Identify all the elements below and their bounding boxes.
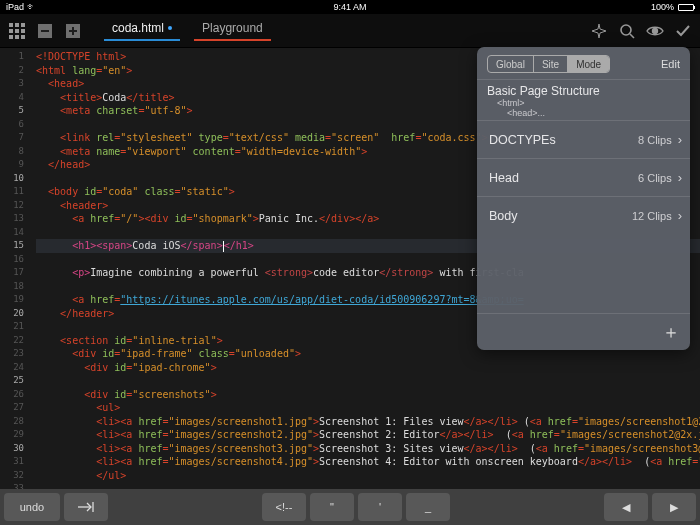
svg-rect-6 (9, 35, 13, 39)
segment-site[interactable]: Site (534, 56, 568, 72)
svg-rect-2 (21, 23, 25, 27)
grid-icon[interactable] (8, 22, 26, 40)
check-icon[interactable] (674, 22, 692, 40)
clips-section-doctypes[interactable]: DOCTYPEs8 Clips› (477, 120, 690, 158)
svg-point-14 (621, 25, 631, 35)
tab-key[interactable] (64, 493, 108, 521)
clips-list: DOCTYPEs8 Clips›Head6 Clips›Body12 Clips… (477, 120, 690, 313)
unsaved-dot-icon (168, 26, 172, 30)
chevron-right-icon: › (678, 208, 682, 223)
toolbar: coda.html Playground (0, 14, 700, 48)
svg-rect-8 (21, 35, 25, 39)
tab-playground[interactable]: Playground (200, 21, 265, 41)
breadcrumb-head[interactable]: <head>... (507, 108, 545, 118)
preview-icon[interactable] (646, 22, 664, 40)
clock: 9:41 AM (0, 2, 700, 12)
svg-rect-3 (9, 29, 13, 33)
svg-rect-7 (15, 35, 19, 39)
svg-rect-0 (9, 23, 13, 27)
sparkle-icon[interactable] (590, 22, 608, 40)
edit-button[interactable]: Edit (661, 58, 680, 70)
panel-title: Basic Page Structure (487, 84, 680, 98)
key-double-quote[interactable]: " (310, 493, 354, 521)
key-comment[interactable]: <!-- (262, 493, 306, 521)
add-file-icon[interactable] (64, 22, 82, 40)
chevron-right-icon: › (678, 132, 682, 147)
chevron-right-icon: › (678, 170, 682, 185)
line-gutter: 1234567891011121314151617181920212223242… (0, 48, 30, 489)
cursor-left-button[interactable]: ◀ (604, 493, 648, 521)
svg-rect-13 (69, 30, 77, 32)
add-clip-button[interactable]: ＋ (662, 322, 680, 342)
svg-point-16 (653, 28, 658, 33)
search-icon[interactable] (618, 22, 636, 40)
svg-rect-5 (21, 29, 25, 33)
tab-bar: coda.html Playground (110, 21, 265, 41)
battery-percent: 100% (651, 2, 674, 12)
svg-rect-4 (15, 29, 19, 33)
svg-rect-1 (15, 23, 19, 27)
keyboard-toolbar: undo <!-- " ' _ ◀ ▶ (0, 489, 700, 525)
clips-section-body[interactable]: Body12 Clips› (477, 196, 690, 234)
key-underscore[interactable]: _ (406, 493, 450, 521)
scope-segmented-control[interactable]: Global Site Mode (487, 55, 610, 73)
svg-line-15 (630, 34, 634, 38)
key-single-quote[interactable]: ' (358, 493, 402, 521)
wifi-icon: ᯤ (27, 2, 36, 12)
clips-section-head[interactable]: Head6 Clips› (477, 158, 690, 196)
battery-icon (678, 4, 694, 11)
tab-coda-html[interactable]: coda.html (110, 21, 174, 41)
status-bar: iPad ᯤ 9:41 AM 100% (0, 0, 700, 14)
clips-panel: Global Site Mode Edit Basic Page Structu… (477, 47, 690, 350)
collapse-icon[interactable] (36, 22, 54, 40)
segment-mode[interactable]: Mode (568, 56, 609, 72)
carrier-label: iPad ᯤ (6, 2, 36, 12)
segment-global[interactable]: Global (488, 56, 534, 72)
svg-rect-10 (41, 30, 49, 32)
undo-button[interactable]: undo (4, 493, 60, 521)
cursor-right-button[interactable]: ▶ (652, 493, 696, 521)
breadcrumb-html[interactable]: <html> (497, 98, 525, 108)
